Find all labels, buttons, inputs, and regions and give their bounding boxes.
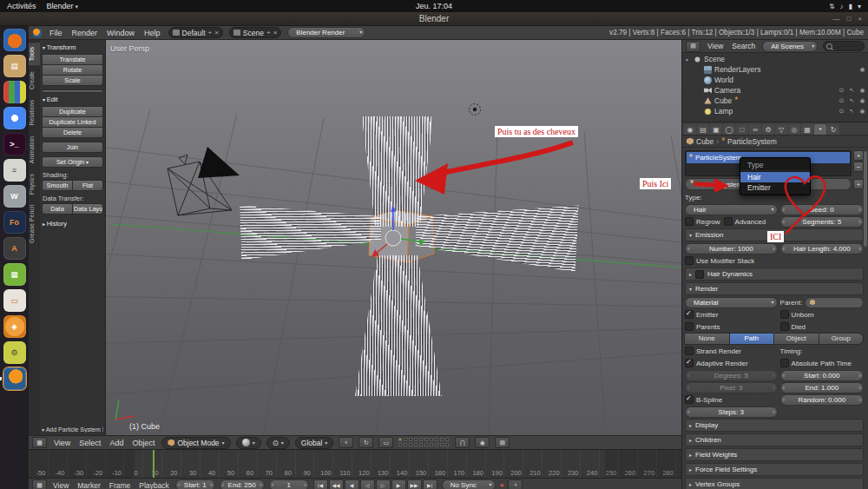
menu-item[interactable]: Search <box>730 42 757 50</box>
random-field[interactable]: Random: 0.000 <box>780 394 864 406</box>
material-dropdown[interactable]: Material <box>685 297 778 308</box>
snap-button[interactable]: ⋂ <box>455 437 470 448</box>
layers-widget[interactable] <box>398 438 450 447</box>
outliner-filter-dropdown[interactable]: All Scenes <box>762 41 818 52</box>
keying-set-button[interactable]: + <box>508 479 523 489</box>
render-animation-button[interactable]: ▤ <box>495 437 510 448</box>
object-tab[interactable]: □ <box>736 124 748 135</box>
flat-button[interactable]: Flat <box>72 180 103 191</box>
system-tray[interactable]: ⇅ ♪ ▮ ▾ <box>829 3 861 10</box>
world-tab[interactable]: ◯ <box>723 124 735 135</box>
data-tab[interactable]: ▽ <box>775 124 787 135</box>
mode-dropdown[interactable]: Object Mode <box>161 437 230 449</box>
collapsed-panel-header[interactable]: Force Field Settings <box>685 463 864 476</box>
renderability-toggle-icon[interactable] <box>858 66 866 73</box>
parents-checkbox[interactable]: Parents <box>685 322 720 331</box>
outliner-row[interactable]: Lamp <box>684 106 866 116</box>
texture-tab[interactable]: ▦ <box>801 124 813 135</box>
blender-logo-icon[interactable] <box>33 29 42 37</box>
menu-item[interactable]: Add <box>108 439 125 447</box>
play-reverse-button[interactable]: ◁ <box>360 479 375 489</box>
remove-slot-button[interactable]: − <box>853 162 864 172</box>
screen-layout-selector[interactable]: Default + × <box>168 27 223 38</box>
visibility-toggle-icon[interactable] <box>838 87 845 94</box>
adaptive-render-checkbox[interactable]: Adaptive Render <box>685 359 748 367</box>
absolute-path-time-checkbox[interactable]: Absolute Path Time <box>780 359 852 367</box>
breadcrumb-object[interactable]: Cube <box>696 137 713 146</box>
constraints-tab[interactable]: ∞ <box>749 124 761 135</box>
dock-terminal[interactable]: >_ <box>3 133 26 155</box>
dock-firefox-dev[interactable]: Fo <box>3 211 26 234</box>
render-engine-dropdown[interactable]: Blender Render <box>287 27 365 38</box>
jump-to-end-button[interactable]: ▶| <box>423 479 437 489</box>
popup-menu-item[interactable]: Emitter <box>740 182 810 193</box>
bspline-checkbox[interactable]: B-Spline <box>685 395 722 404</box>
parent-field[interactable] <box>805 297 864 308</box>
dock-files[interactable]: ▤ <box>3 55 26 77</box>
physics-tab[interactable]: ↻ <box>827 124 839 135</box>
outliner-row[interactable]: Scene <box>684 54 866 64</box>
dock-firefox[interactable] <box>3 29 26 51</box>
emitter-checkbox[interactable]: Emitter <box>685 310 718 319</box>
modifier-stack-checkbox[interactable]: Use Modifier Stack <box>685 256 754 265</box>
outliner-row[interactable]: Cube <box>684 96 866 106</box>
menu-item[interactable]: Render <box>70 29 100 37</box>
data-layout-button[interactable]: Data Layo <box>72 203 103 215</box>
add-scene-button[interactable]: + <box>266 29 271 36</box>
minimize-button[interactable]: — <box>832 15 839 23</box>
tool-button[interactable]: Delete <box>42 127 103 138</box>
toolshelf-tab[interactable]: Animation <box>29 132 40 168</box>
selectability-toggle-icon[interactable] <box>848 87 856 94</box>
toolshelf-tab[interactable]: Physics <box>29 169 40 199</box>
strand-render-checkbox[interactable]: Strand Render <box>685 347 741 355</box>
mirror-button[interactable] <box>42 89 103 93</box>
record-button[interactable]: ● <box>500 481 504 489</box>
sync-dropdown[interactable]: No Sync <box>442 479 496 489</box>
menu-item[interactable]: View <box>706 42 725 50</box>
close-button[interactable]: × <box>858 15 862 23</box>
play-button[interactable]: ▷ <box>376 479 391 489</box>
dock-chromium[interactable] <box>3 107 26 129</box>
modifiers-tab[interactable]: ⚙ <box>762 124 774 135</box>
menu-item[interactable]: Help <box>142 29 162 37</box>
frame-end-field[interactable]: End: 250 <box>220 479 265 489</box>
orientation-dropdown[interactable]: Global <box>295 437 334 449</box>
frame-start-field[interactable]: Start: 1 <box>175 479 215 489</box>
hair-dynamics-checkbox[interactable] <box>695 270 704 279</box>
last-operator-panel[interactable]: Add Particle System Slot <box>42 426 103 433</box>
toolshelf-tab[interactable]: Create <box>29 67 40 94</box>
rotate-manipulator-button[interactable]: ↻ <box>358 437 373 448</box>
current-frame-field[interactable]: 1 <box>269 479 309 489</box>
dock-impress[interactable]: ▭ <box>3 289 26 312</box>
material-tab[interactable]: ◎ <box>788 124 800 135</box>
next-keyframe-button[interactable]: ▶▶ <box>407 479 422 489</box>
died-checkbox[interactable]: Died <box>780 322 806 331</box>
render-tab[interactable]: ◉ <box>684 124 696 135</box>
pixel-field[interactable]: Pixel: 3 <box>685 382 778 393</box>
dock-blender[interactable] <box>3 367 26 390</box>
delete-layout-button[interactable]: × <box>214 29 219 36</box>
renderability-toggle-icon[interactable] <box>858 87 866 94</box>
render-layers-tab[interactable]: ▤ <box>697 124 709 135</box>
add-slot-button[interactable]: + <box>853 150 864 161</box>
collapsed-panel-header[interactable]: Vertex Groups <box>685 478 864 489</box>
outliner-editor-type-button[interactable]: ▤ <box>686 41 700 52</box>
renderability-toggle-icon[interactable] <box>858 108 866 115</box>
seed-field[interactable]: Seed: 0 <box>780 204 864 215</box>
hair-length-field[interactable]: Hair Length: 4.000 <box>780 243 864 254</box>
number-field[interactable]: Number: 1000 <box>685 243 778 254</box>
clock[interactable]: Jeu. 17:04 <box>416 2 452 10</box>
breadcrumb-system[interactable]: ParticleSystem <box>727 137 777 146</box>
data-button[interactable]: Data <box>42 203 73 215</box>
visibility-toggle-icon[interactable] <box>838 108 845 115</box>
menu-item[interactable]: Marker <box>76 481 102 489</box>
smooth-button[interactable]: Smooth <box>42 180 73 191</box>
scene-tab[interactable]: ▣ <box>710 124 722 135</box>
dock-text-editor[interactable]: ≡ <box>3 159 26 182</box>
prev-keyframe-button[interactable]: ◀◀ <box>329 479 344 489</box>
render-panel-header[interactable]: Render <box>685 282 864 295</box>
join-button[interactable]: Join <box>42 142 103 153</box>
collapsed-panel-header[interactable]: Field Weights <box>685 448 864 461</box>
edit-panel-header[interactable]: Edit <box>42 94 103 105</box>
collapsed-panel-header[interactable]: Children <box>685 433 864 446</box>
